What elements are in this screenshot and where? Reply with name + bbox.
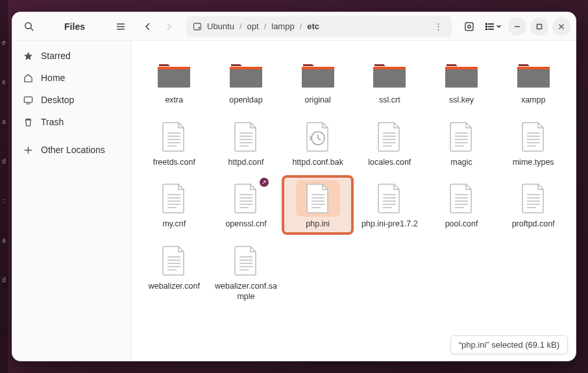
item-label: pool.conf [445, 219, 478, 230]
item-label: php.ini [306, 219, 330, 230]
app-title: Files [42, 21, 107, 32]
folder-item[interactable]: openldap [212, 53, 281, 110]
disk-icon [193, 22, 202, 31]
folder-icon [152, 56, 196, 93]
item-label: httpd.conf [228, 158, 264, 168]
svg-rect-16 [537, 24, 542, 29]
hamburger-icon [116, 22, 125, 31]
breadcrumb-item[interactable]: lampp [269, 20, 297, 32]
file-item[interactable]: httpd.conf [212, 115, 281, 172]
file-item[interactable]: magic [427, 115, 496, 172]
folder-icon [224, 56, 268, 93]
svg-rect-7 [465, 23, 473, 30]
breadcrumb-item[interactable]: Ubuntu [204, 20, 237, 32]
svg-point-14 [486, 29, 487, 30]
focus-mode-button[interactable] [459, 17, 479, 36]
item-label: extra [165, 95, 183, 106]
breadcrumb[interactable]: Ubuntu / opt / lampp / etc ⋮ [186, 16, 452, 37]
svg-rect-19 [24, 97, 32, 102]
svg-rect-5 [194, 23, 201, 30]
close-icon [558, 23, 565, 30]
svg-rect-28 [517, 67, 550, 69]
sidebar-item-label: Starred [41, 51, 71, 61]
sidebar-item-home[interactable]: Home [12, 67, 131, 89]
sidebar-item-label: Desktop [41, 95, 74, 105]
item-label: proftpd.conf [512, 219, 555, 230]
chevron-down-icon [496, 23, 502, 29]
file-item[interactable]: proftpd.conf [498, 176, 568, 234]
item-label: openldap [229, 95, 262, 106]
item-label: xampp [521, 95, 546, 106]
svg-rect-27 [445, 67, 478, 69]
file-icon [439, 180, 484, 217]
close-button[interactable] [552, 18, 570, 36]
folder-item[interactable]: xampp [498, 53, 568, 110]
file-item[interactable]: pool.conf [427, 176, 496, 234]
search-button[interactable] [19, 17, 38, 36]
svg-point-12 [486, 23, 487, 25]
file-item[interactable]: freetds.conf [140, 115, 209, 172]
svg-rect-24 [230, 67, 262, 69]
desktop-icon [23, 95, 33, 105]
sidebar-item-trash[interactable]: Trash [12, 111, 131, 133]
svg-point-6 [199, 27, 200, 29]
item-label: ssl.key [449, 95, 474, 106]
item-label: httpd.conf.bak [292, 158, 343, 168]
forward-button[interactable] [159, 17, 178, 36]
breadcrumb-item[interactable]: opt [245, 20, 262, 32]
sidebar-item-label: Trash [41, 117, 64, 127]
file-icon [367, 180, 411, 217]
star-icon [23, 51, 33, 61]
file-item[interactable]: php.ini-pre1.7.2 [355, 176, 424, 234]
breadcrumb-more-button[interactable]: ⋮ [432, 21, 445, 31]
minimize-button[interactable] [508, 18, 526, 36]
file-item[interactable]: webalizer.conf.sample [212, 239, 281, 306]
item-label: webalizer.conf.sample [215, 282, 277, 302]
plus-icon [23, 145, 33, 155]
file-icon [511, 180, 556, 217]
sidebar-item-starred[interactable]: Starred [12, 45, 131, 67]
item-label: mime.types [513, 158, 554, 168]
status-bar: “php.ini” selected (69.1 kB) [450, 335, 568, 354]
item-label: original [305, 95, 331, 106]
file-item[interactable]: php.ini [283, 176, 352, 234]
maximize-icon [536, 23, 543, 30]
breadcrumb-item[interactable]: etc [304, 20, 322, 32]
svg-line-1 [31, 28, 33, 30]
hamburger-button[interactable] [111, 17, 130, 36]
folder-icon [439, 56, 484, 93]
file-item[interactable]: webalizer.conf [140, 239, 209, 306]
folder-icon [296, 56, 340, 93]
content-area[interactable]: extra openldap original ssl.crt ssl.key … [132, 41, 576, 361]
folder-item[interactable]: ssl.key [427, 53, 496, 110]
svg-rect-26 [373, 67, 406, 69]
item-label: php.ini-pre1.7.2 [361, 219, 418, 230]
item-label: webalizer.conf [149, 282, 200, 292]
file-icon [296, 119, 340, 155]
file-item[interactable]: locales.conf [355, 115, 424, 172]
back-button[interactable] [138, 17, 158, 36]
home-icon [23, 73, 33, 83]
file-item[interactable]: my.cnf [140, 176, 209, 234]
file-icon [224, 119, 268, 155]
files-window: Files Ubuntu / opt / lampp [12, 12, 576, 361]
titlebar: Files Ubuntu / opt / lampp [12, 12, 576, 41]
folder-item[interactable]: original [283, 53, 352, 110]
folder-item[interactable]: ssl.crt [355, 53, 424, 110]
svg-point-0 [25, 23, 31, 29]
file-icon [511, 119, 556, 155]
sidebar-item-other-locations[interactable]: Other Locations [12, 139, 131, 161]
folder-item[interactable]: extra [140, 53, 209, 110]
file-item[interactable]: httpd.conf.bak [283, 115, 352, 172]
status-text: “php.ini” selected (69.1 kB) [459, 340, 559, 350]
svg-point-8 [468, 25, 471, 27]
maximize-button[interactable] [530, 18, 548, 36]
minimize-icon [514, 23, 521, 30]
list-icon [485, 22, 495, 31]
sidebar-item-desktop[interactable]: Desktop [12, 89, 131, 111]
file-item[interactable]: mime.types [498, 115, 568, 172]
file-icon [224, 243, 268, 279]
sidebar-item-label: Other Locations [41, 145, 105, 155]
view-mode-button[interactable] [483, 22, 504, 31]
file-item[interactable]: ↗openssl.cnf [212, 176, 281, 234]
